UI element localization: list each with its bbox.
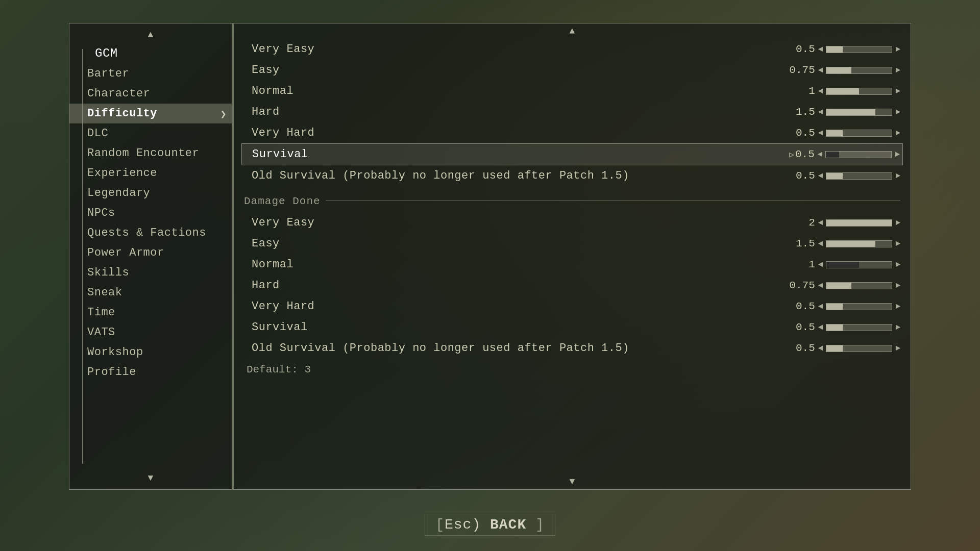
dt-hard-left-arrow[interactable]: ◄ [818,108,823,117]
sidebar-scroll-down[interactable]: ▼ [69,470,232,484]
dt-survival-right-arrow[interactable]: ► [895,150,900,159]
sidebar-item-sneak[interactable]: Sneak [69,283,232,303]
dd-very-easy-slider[interactable]: 2 ◄ ► [795,217,900,229]
dd-easy-left-arrow[interactable]: ◄ [818,239,823,248]
dd-very-hard-slider[interactable]: 0.5 ◄ ► [795,300,900,312]
sidebar-item-barter[interactable]: Barter [69,64,232,84]
dt-survival-left-arrow[interactable]: ◄ [818,150,823,159]
dt-very-hard-right-arrow[interactable]: ► [895,129,900,138]
dt-normal-row: Normal 1 ◄ ► [244,81,900,102]
dt-very-hard-left-arrow[interactable]: ◄ [818,129,823,138]
sidebar-item-gcm[interactable]: GCM [69,43,232,64]
dd-very-easy-track [826,219,892,227]
dd-hard-slider[interactable]: 0.75 ◄ ► [789,280,900,291]
sidebar-item-skills[interactable]: Skills [69,263,232,283]
dt-very-easy-row: Very Easy 0.5 ◄ ► [244,39,900,60]
sidebar-item-vats[interactable]: VATS [69,322,232,342]
dt-normal-left-arrow[interactable]: ◄ [818,87,823,96]
dd-normal-left-arrow[interactable]: ◄ [818,260,823,269]
dd-old-survival-right-arrow[interactable]: ► [895,344,900,353]
dt-easy-left-arrow[interactable]: ◄ [818,66,823,75]
dd-hard-left-arrow[interactable]: ◄ [818,281,823,290]
dt-easy-track [826,67,892,74]
dd-very-easy-label: Very Easy [252,216,795,229]
dt-normal-right-arrow[interactable]: ► [895,87,900,96]
dt-easy-right-arrow[interactable]: ► [895,66,900,75]
dd-easy-slider[interactable]: 1.5 ◄ ► [795,238,900,249]
bottom-bar: [Esc) BACK ] [0,514,980,536]
dd-hard-right-arrow[interactable]: ► [895,281,900,290]
dt-very-easy-track [826,46,892,53]
back-open-bracket: [ [435,517,445,533]
dd-very-easy-value: 2 [795,217,815,229]
dt-survival-slider[interactable]: 0.5 ◄ ► [794,148,900,160]
dt-very-easy-left-arrow[interactable]: ◄ [818,45,823,54]
sidebar-item-character[interactable]: Character [69,84,232,104]
dt-survival-fill [826,152,839,158]
sidebar-item-difficulty[interactable]: Difficulty [69,104,232,123]
dt-survival-track [825,151,892,158]
dd-survival-left-arrow[interactable]: ◄ [818,323,823,332]
dt-hard-slider[interactable]: 1.5 ◄ ► [795,106,900,118]
dd-normal-slider[interactable]: 1 ◄ ► [795,259,900,270]
dd-normal-right-arrow[interactable]: ► [895,260,900,269]
sidebar-item-profile[interactable]: Profile [69,362,232,382]
dd-very-easy-right-arrow[interactable]: ► [895,218,900,228]
dd-very-hard-left-arrow[interactable]: ◄ [818,302,823,311]
dt-easy-slider[interactable]: 0.75 ◄ ► [789,64,900,76]
back-button[interactable]: [Esc) BACK ] [425,514,555,536]
right-scroll-up[interactable]: ▲ [234,23,911,39]
dd-easy-track [826,240,892,247]
dd-survival-right-arrow[interactable]: ► [895,323,900,332]
right-content: Very Easy 0.5 ◄ ► Easy 0.75 ◄ [234,39,911,474]
panel-divider [232,23,234,490]
dd-hard-value: 0.75 [789,280,815,291]
dt-very-easy-slider[interactable]: 0.5 ◄ ► [795,43,900,55]
dt-old-survival-right-arrow[interactable]: ► [895,171,900,181]
sidebar-item-experience[interactable]: Experience [69,163,232,183]
dd-hard-fill [826,283,851,289]
dd-very-easy-row: Very Easy 2 ◄ ► [244,212,900,233]
back-close-bracket: ] [526,517,545,533]
dd-easy-label: Easy [252,237,795,250]
damage-done-section-header: Damage Done [244,186,900,212]
sidebar-item-quests-factions[interactable]: Quests & Factions [69,223,232,243]
sidebar-item-legendary[interactable]: Legendary [69,183,232,203]
sidebar-item-workshop[interactable]: Workshop [69,342,232,362]
dd-easy-fill [826,241,875,247]
damage-done-separator [326,200,900,201]
dt-very-easy-right-arrow[interactable]: ► [895,45,900,54]
dd-very-hard-label: Very Hard [252,300,795,313]
dd-old-survival-label: Old Survival (Probably no longer used af… [252,342,795,355]
sidebar-item-random-encounter[interactable]: Random Encounter [69,143,232,163]
dd-very-hard-right-arrow[interactable]: ► [895,302,900,311]
sidebar-scroll-up[interactable]: ▲ [69,29,232,43]
dt-old-survival-left-arrow[interactable]: ◄ [818,171,823,181]
dd-survival-row: Survival 0.5 ◄ ► [244,317,900,338]
dt-survival-label: Survival [252,148,785,161]
dd-normal-track [826,261,892,268]
dd-hard-label: Hard [252,279,789,292]
sidebar-item-time[interactable]: Time [69,303,232,322]
dd-easy-right-arrow[interactable]: ► [895,239,900,248]
dt-hard-right-arrow[interactable]: ► [895,108,900,117]
dt-hard-fill [826,109,875,115]
dt-very-hard-value: 0.5 [795,127,815,139]
dt-very-hard-track [826,130,892,137]
sidebar-item-power-armor[interactable]: Power Armor [69,243,232,263]
dd-very-easy-left-arrow[interactable]: ◄ [818,218,823,228]
back-label: BACK [490,517,526,533]
dt-survival-row: Survival ▷ 0.5 ◄ ► [241,143,903,165]
sidebar-item-dlc[interactable]: DLC [69,123,232,143]
dd-old-survival-left-arrow[interactable]: ◄ [818,344,823,353]
dt-very-hard-slider[interactable]: 0.5 ◄ ► [795,127,900,139]
dt-easy-label: Easy [252,64,789,77]
sidebar-item-npcs[interactable]: NPCs [69,203,232,223]
dt-normal-slider[interactable]: 1 ◄ ► [795,85,900,97]
dd-old-survival-slider[interactable]: 0.5 ◄ ► [795,342,900,354]
dt-hard-label: Hard [252,106,795,118]
dd-survival-slider[interactable]: 0.5 ◄ ► [795,321,900,333]
dt-very-easy-label: Very Easy [252,43,795,56]
right-scroll-down[interactable]: ▼ [234,474,911,489]
dt-old-survival-slider[interactable]: 0.5 ◄ ► [795,170,900,182]
